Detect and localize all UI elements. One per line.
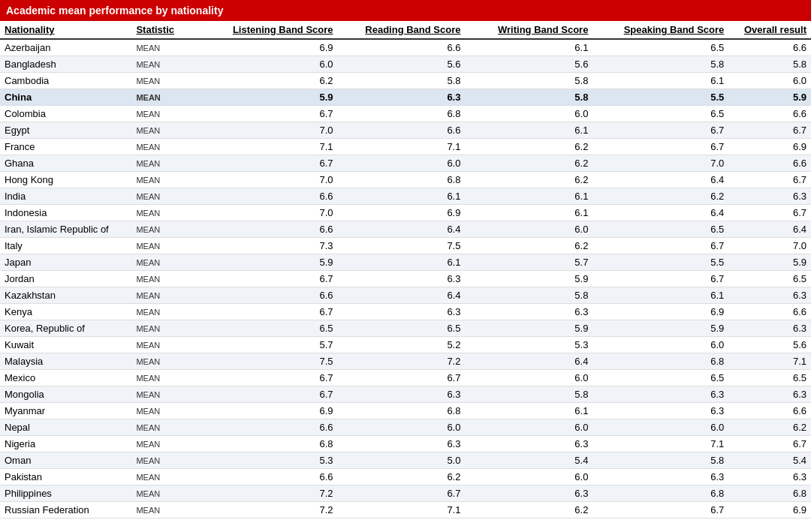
cell-statistic: MEAN (131, 452, 206, 469)
cell-overall: 7.0 (728, 238, 811, 254)
cell-statistic: MEAN (131, 485, 206, 502)
cell-speaking: 6.5 (592, 106, 728, 122)
cell-reading: 5.0 (338, 452, 466, 469)
table-row: PhilippinesMEAN7.26.76.36.86.8 (0, 485, 811, 502)
cell-writing: 6.4 (465, 353, 592, 370)
cell-speaking: 6.5 (592, 39, 728, 56)
cell-writing: 6.1 (465, 39, 592, 56)
cell-listening: 7.3 (206, 238, 337, 254)
cell-nationality: Colombia (0, 106, 131, 122)
cell-overall: 6.4 (728, 221, 811, 238)
cell-nationality: Nigeria (0, 436, 131, 452)
cell-overall: 6.3 (728, 386, 811, 403)
cell-listening: 7.2 (206, 502, 337, 518)
cell-reading: 6.4 (338, 221, 466, 238)
table-row: ColombiaMEAN6.76.86.06.56.6 (0, 106, 811, 122)
cell-statistic: MEAN (131, 353, 206, 370)
cell-overall: 6.9 (728, 502, 811, 518)
cell-statistic: MEAN (131, 287, 206, 304)
cell-reading: 6.3 (338, 386, 466, 403)
cell-statistic: MEAN (131, 502, 206, 518)
cell-overall: 6.7 (728, 122, 811, 139)
cell-overall: 6.6 (728, 39, 811, 56)
cell-nationality: Kenya (0, 304, 131, 320)
cell-listening: 6.7 (206, 106, 337, 122)
table-row: MongoliaMEAN6.76.35.86.36.3 (0, 386, 811, 403)
cell-writing: 6.2 (465, 502, 592, 518)
cell-writing: 6.2 (465, 155, 592, 172)
cell-speaking: 6.8 (592, 485, 728, 502)
table-row: MexicoMEAN6.76.76.06.56.5 (0, 370, 811, 386)
cell-speaking: 6.7 (592, 502, 728, 518)
table-row: CambodiaMEAN6.25.85.86.16.0 (0, 73, 811, 89)
cell-overall: 6.6 (728, 106, 811, 122)
cell-reading: 7.1 (338, 502, 466, 518)
cell-speaking: 6.9 (592, 304, 728, 320)
cell-listening: 7.0 (206, 122, 337, 139)
cell-writing: 6.3 (465, 485, 592, 502)
cell-listening: 6.7 (206, 155, 337, 172)
cell-statistic: MEAN (131, 271, 206, 287)
cell-reading: 6.3 (338, 271, 466, 287)
table-row: Iran, Islamic Republic ofMEAN6.66.46.06.… (0, 221, 811, 238)
cell-nationality: Egypt (0, 122, 131, 139)
data-table: Nationality Statistic Listening Band Sco… (0, 21, 811, 518)
cell-writing: 5.7 (465, 254, 592, 271)
cell-statistic: MEAN (131, 386, 206, 403)
cell-listening: 6.6 (206, 188, 337, 205)
cell-statistic: MEAN (131, 221, 206, 238)
cell-nationality: Hong Kong (0, 172, 131, 188)
cell-overall: 6.0 (728, 73, 811, 89)
table-row: OmanMEAN5.35.05.45.85.4 (0, 452, 811, 469)
cell-writing: 5.9 (465, 320, 592, 337)
cell-reading: 6.7 (338, 485, 466, 502)
cell-nationality: France (0, 139, 131, 155)
cell-writing: 6.3 (465, 304, 592, 320)
cell-writing: 6.2 (465, 238, 592, 254)
cell-listening: 7.1 (206, 139, 337, 155)
cell-reading: 7.5 (338, 238, 466, 254)
cell-listening: 6.9 (206, 39, 337, 56)
cell-listening: 7.5 (206, 353, 337, 370)
cell-listening: 6.2 (206, 73, 337, 89)
cell-speaking: 6.8 (592, 353, 728, 370)
cell-speaking: 7.0 (592, 155, 728, 172)
cell-overall: 5.9 (728, 89, 811, 106)
cell-speaking: 7.1 (592, 436, 728, 452)
cell-listening: 6.0 (206, 56, 337, 73)
cell-reading: 6.5 (338, 320, 466, 337)
cell-nationality: Oman (0, 452, 131, 469)
cell-overall: 6.6 (728, 155, 811, 172)
page-title: Academic mean performance by nationality (6, 5, 223, 17)
table-body: AzerbaijanMEAN6.96.66.16.56.6BangladeshM… (0, 39, 811, 518)
cell-listening: 6.7 (206, 271, 337, 287)
table-row: EgyptMEAN7.06.66.16.76.7 (0, 122, 811, 139)
cell-speaking: 6.1 (592, 287, 728, 304)
cell-statistic: MEAN (131, 337, 206, 353)
cell-speaking: 6.3 (592, 386, 728, 403)
cell-nationality: Kuwait (0, 337, 131, 353)
cell-listening: 5.7 (206, 337, 337, 353)
cell-overall: 6.8 (728, 485, 811, 502)
cell-overall: 5.6 (728, 337, 811, 353)
cell-overall: 6.7 (728, 205, 811, 221)
cell-writing: 6.0 (465, 221, 592, 238)
cell-reading: 6.4 (338, 287, 466, 304)
cell-speaking: 5.8 (592, 452, 728, 469)
cell-speaking: 6.0 (592, 337, 728, 353)
cell-nationality: Cambodia (0, 73, 131, 89)
cell-reading: 6.8 (338, 106, 466, 122)
cell-speaking: 6.7 (592, 122, 728, 139)
cell-overall: 5.4 (728, 452, 811, 469)
cell-listening: 6.7 (206, 304, 337, 320)
cell-reading: 6.9 (338, 205, 466, 221)
cell-speaking: 6.4 (592, 205, 728, 221)
cell-nationality: Malaysia (0, 353, 131, 370)
cell-overall: 6.3 (728, 469, 811, 485)
cell-nationality: China (0, 89, 131, 106)
cell-statistic: MEAN (131, 370, 206, 386)
cell-speaking: 6.4 (592, 172, 728, 188)
table-row: Hong KongMEAN7.06.86.26.46.7 (0, 172, 811, 188)
cell-writing: 5.8 (465, 287, 592, 304)
cell-writing: 6.0 (465, 106, 592, 122)
